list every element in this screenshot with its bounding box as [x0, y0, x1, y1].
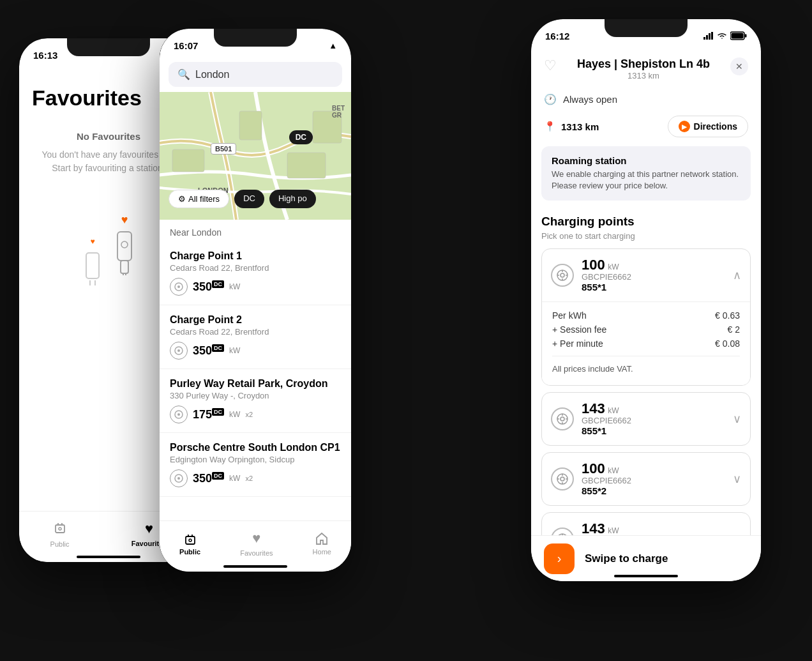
- point-id-0: GBCPIE6662: [582, 272, 725, 282]
- plug-icon-1: [170, 342, 188, 360]
- nav-public-mid[interactable]: Public: [179, 531, 200, 556]
- point-card-1[interactable]: 143 kW GBCPIE6662 855*1 ∨: [541, 392, 751, 446]
- time-left: 16:13: [33, 50, 57, 61]
- close-btn[interactable]: ✕: [730, 57, 748, 75]
- svg-rect-0: [86, 253, 99, 278]
- point-card-2[interactable]: 100 kW GBCPIE6662 855*2 ∨: [541, 452, 751, 506]
- point-kw-3: 143: [582, 520, 605, 536]
- map-area[interactable]: B501 BETGR LONDON ⚙ All filters DC High …: [160, 92, 351, 220]
- all-filters-btn[interactable]: ⚙ All filters: [169, 190, 229, 208]
- point-connector-1: 855*1: [582, 425, 725, 436]
- charger-svg-plug: [115, 231, 134, 275]
- point-kw-0: 100: [582, 257, 605, 273]
- point-kw-2: 100: [582, 460, 605, 476]
- public-icon-mid: [183, 531, 197, 545]
- point-info-1: 143 kW GBCPIE6662 855*1: [582, 402, 725, 436]
- vat-note: All prices include VAT.: [552, 361, 740, 376]
- plug-icon-3: [170, 469, 188, 487]
- status-icons-mid: ▲: [329, 41, 337, 50]
- dc-filter-btn[interactable]: DC: [234, 190, 264, 208]
- svg-rect-35: [745, 34, 747, 38]
- home-indicator-mid: [223, 565, 287, 568]
- chevron-down-1[interactable]: ∨: [733, 412, 741, 426]
- search-bar[interactable]: 🔍 London: [169, 62, 342, 87]
- nav-public-label-left: Public: [50, 540, 70, 548]
- charging-points-section: Charging points Pick one to start chargi…: [531, 204, 761, 581]
- per-kwh-label: Per kWh: [552, 310, 587, 321]
- nav-home-label-mid: Home: [313, 548, 331, 556]
- kw-2: 175DC: [193, 408, 224, 422]
- point-card-0[interactable]: 100 kW GBCPIE6662 855*1 ∧ Per kWh € 0.63: [541, 248, 751, 386]
- per-kwh-row: Per kWh € 0.63: [552, 308, 740, 323]
- notch-mid: [214, 29, 297, 47]
- point-icon-2: [551, 467, 574, 490]
- charge-name-2: Purley Way Retail Park, Croydon: [170, 378, 341, 390]
- nav-fav-mid[interactable]: ♥ Favourites: [240, 530, 273, 557]
- nav-fav-label-mid: Favourites: [240, 549, 273, 557]
- point-kw-1: 143: [582, 400, 605, 416]
- favourites-empty-text: You don't have any favourites yet. Start…: [38, 148, 179, 175]
- swipe-text: Swipe to charge: [585, 552, 668, 565]
- nav-home-mid[interactable]: Home: [313, 531, 331, 556]
- point-icon-0: [551, 264, 574, 287]
- kw-3: 350DC: [193, 472, 224, 485]
- filter-bar: ⚙ All filters DC High po: [160, 183, 351, 215]
- per-kwh-value: € 0.63: [715, 310, 740, 321]
- point-kw-label-1: kW: [608, 406, 619, 415]
- favourite-btn[interactable]: ♡: [544, 57, 557, 74]
- charge-specs-2: 175DC kW x2: [170, 406, 341, 423]
- kw-label-0: kW: [229, 282, 240, 291]
- highpo-filter-btn[interactable]: High po: [269, 190, 316, 208]
- svg-point-18: [177, 285, 180, 288]
- roaming-text: We enable charging at this partner netwo…: [552, 169, 741, 192]
- svg-rect-4: [121, 261, 128, 273]
- svg-point-37: [560, 273, 564, 277]
- session-fee-row: + Session fee € 2: [552, 323, 740, 337]
- charge-item-3[interactable]: Porsche Centre South London CP1 Edgingto…: [160, 433, 351, 497]
- chevron-up-0[interactable]: ∧: [733, 268, 741, 282]
- svg-point-22: [177, 413, 180, 416]
- dc-filter-label: DC: [243, 194, 255, 203]
- roaming-title: Roaming station: [552, 155, 741, 166]
- svg-point-7: [121, 241, 128, 248]
- plug-icon-0: [170, 278, 188, 296]
- phone-search: 16:07 ▲ 🔍 London: [160, 29, 351, 572]
- heart-icon-orange: ♥: [121, 213, 128, 227]
- location-pin-icon: 📍: [544, 121, 556, 132]
- session-fee-label: + Session fee: [552, 324, 606, 335]
- svg-rect-3: [117, 232, 132, 261]
- charge-item-0[interactable]: Charge Point 1 Cedars Road 22, Brentford…: [160, 241, 351, 305]
- point-kw-label-3: kW: [608, 526, 619, 535]
- svg-rect-31: [709, 33, 710, 40]
- point-info-0: 100 kW GBCPIE6662 855*1: [582, 258, 725, 293]
- favourites-icon-left: ♥: [145, 520, 153, 537]
- favourites-empty-title: No Favourites: [38, 130, 179, 144]
- svg-rect-29: [703, 37, 705, 40]
- detail-header: ♡ Hayes | Shepiston Ln 4b 1313 km ✕: [531, 47, 761, 88]
- charge-name-0: Charge Point 1: [170, 250, 341, 262]
- public-icon-left: [53, 520, 67, 538]
- svg-point-43: [560, 417, 564, 421]
- time-mid: 16:07: [174, 40, 198, 51]
- directions-btn[interactable]: ▶ Directions: [668, 116, 748, 137]
- nav-public-left[interactable]: Public: [50, 520, 70, 548]
- status-icons-right: [703, 31, 747, 40]
- charge-item-2[interactable]: Purley Way Retail Park, Croydon 330 Purl…: [160, 369, 351, 433]
- charge-specs-0: 350DC kW: [170, 278, 341, 296]
- charger-svg-left: [83, 250, 102, 288]
- charge-item-1[interactable]: Charge Point 2 Cedars Road 22, Brentford…: [160, 305, 351, 369]
- point-connector-2: 855*2: [582, 485, 725, 496]
- clock-icon: 🕐: [544, 93, 557, 105]
- chevron-down-2[interactable]: ∨: [733, 472, 741, 486]
- svg-rect-8: [56, 525, 64, 533]
- x2-label-2: x2: [245, 411, 253, 418]
- nav-public-label-mid: Public: [179, 548, 200, 556]
- point-icon-1: [551, 407, 574, 430]
- fav-icon-mid: ♥: [252, 530, 260, 547]
- swipe-btn[interactable]: ›: [544, 543, 575, 574]
- battery-icon: [730, 31, 747, 40]
- charge-specs-1: 350DC kW: [170, 342, 341, 360]
- time-right: 16:12: [545, 31, 569, 42]
- svg-point-28: [189, 539, 192, 542]
- home-indicator-right: [614, 575, 678, 577]
